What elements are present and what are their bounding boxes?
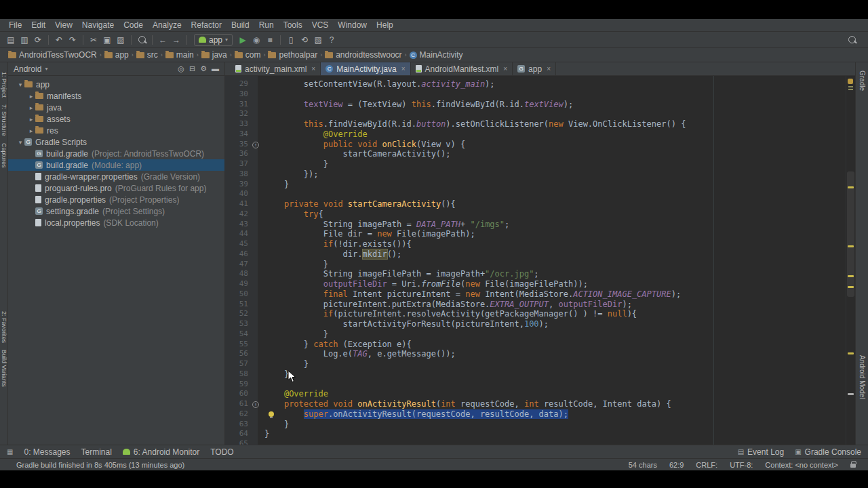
menu-navigate[interactable]: Navigate: [77, 20, 119, 30]
line-text[interactable]: try{: [260, 209, 846, 220]
code-line[interactable]: 49 outputFileDir = Uri.fromFile(new File…: [225, 279, 846, 289]
menu-build[interactable]: Build: [226, 20, 254, 30]
override-gutter-icon[interactable]: ↑: [252, 142, 259, 148]
close-icon[interactable]: ×: [547, 65, 551, 73]
hide-panel-icon[interactable]: ▬: [212, 64, 219, 73]
line-text[interactable]: });: [260, 169, 846, 180]
tree-item-gradle-properties-project-properties[interactable]: gradle.properties(Project Properties): [8, 194, 224, 205]
code-line[interactable]: 50 final Intent pictureIntent = new Inte…: [225, 289, 846, 300]
line-text[interactable]: }: [260, 180, 846, 190]
override-gutter-icon[interactable]: ↑: [252, 401, 259, 408]
status-widget-utf-8[interactable]: UTF-8:: [730, 461, 753, 469]
code-line[interactable]: 53 startActivityForResult(pictureIntent,…: [225, 319, 846, 329]
breadcrumb-src[interactable]: src: [136, 50, 158, 60]
undo-icon[interactable]: ↶: [52, 34, 66, 46]
forward-icon[interactable]: →: [170, 34, 183, 46]
line-text[interactable]: @Override: [260, 389, 846, 399]
tree-item-assets[interactable]: ▸assets: [8, 113, 224, 125]
tool-strip-captures[interactable]: Captures: [1, 143, 7, 168]
line-text[interactable]: super.onActivityResult(requestCode, resu…: [260, 409, 846, 420]
tree-item-gradle-wrapper-properties-gradle-version[interactable]: gradle-wrapper.properties(Gradle Version…: [8, 171, 224, 182]
code-line[interactable]: 62 super.onActivityResult(requestCode, r…: [225, 409, 846, 420]
save-all-icon[interactable]: ▥: [18, 34, 31, 46]
breadcrumb-androidtesstwoocr[interactable]: androidtesstwoocr: [325, 50, 401, 60]
stop-button[interactable]: ■: [263, 34, 277, 46]
line-text[interactable]: startActivityForResult(pictureIntent,100…: [260, 319, 846, 329]
status-message[interactable]: Gradle build finished in 8s 405ms (13 mi…: [16, 461, 184, 469]
inspection-indicator-icon[interactable]: [848, 79, 853, 84]
code-line[interactable]: 36 startCameraActivity();: [225, 149, 846, 159]
line-text[interactable]: outputFileDir = Uri.fromFile(new File(im…: [260, 279, 846, 289]
tree-expand-icon[interactable]: ▾: [16, 81, 24, 88]
code-line[interactable]: 34 @Override: [225, 129, 846, 140]
code-line[interactable]: 29 setContentView(R.layout.activity_main…: [225, 79, 846, 89]
line-text[interactable]: Log.e(TAG, e.getMessage());: [260, 349, 846, 359]
menu-run[interactable]: Run: [254, 20, 279, 30]
search-everywhere-icon[interactable]: [845, 34, 859, 46]
sdk-manager-icon[interactable]: ▧: [311, 34, 325, 46]
status-widget-62-9[interactable]: 62:9: [669, 461, 684, 469]
tool-button-todo[interactable]: TODO: [210, 447, 233, 457]
tree-item-build-gradle-module-app[interactable]: build.gradle(Module: app): [8, 159, 224, 171]
menu-tools[interactable]: Tools: [279, 20, 307, 30]
code-line[interactable]: 45 if(!dir.exists()){: [225, 239, 846, 249]
sync-gradle-icon[interactable]: ⟲: [298, 34, 311, 46]
tool-strip-android-model[interactable]: Android Model: [859, 355, 866, 399]
breadcrumb-pethoalpar[interactable]: pethoalpar: [268, 50, 317, 60]
line-text[interactable]: }: [260, 359, 846, 369]
breadcrumb-androidtesstwoocr[interactable]: AndroidTessTwoOCR: [8, 50, 97, 60]
run-configuration-selector[interactable]: app▾: [194, 34, 233, 46]
line-text[interactable]: startCameraActivity();: [260, 149, 846, 159]
stripe-mark[interactable]: [848, 245, 854, 247]
line-text[interactable]: @Override: [260, 129, 846, 140]
code-line[interactable]: 51 pictureIntent.putExtra(MediaStore.EXT…: [225, 300, 846, 310]
close-icon[interactable]: ×: [503, 65, 507, 73]
menu-file[interactable]: File: [4, 20, 26, 30]
line-text[interactable]: } catch (Exception e){: [260, 340, 846, 350]
tool-strip-build-variants[interactable]: Build Variants: [1, 350, 7, 387]
intention-bulb-icon[interactable]: [269, 411, 274, 417]
tree-expand-icon[interactable]: ▸: [27, 104, 35, 111]
line-text[interactable]: File dir = new File(imagePath);: [260, 229, 846, 239]
tool-button-toolwindow-switcher-icon[interactable]: ▦: [7, 448, 13, 455]
code-line[interactable]: 64}: [225, 429, 846, 439]
line-text[interactable]: String imageFilePath = imagePath+"/ocr.j…: [260, 269, 846, 279]
line-text[interactable]: [260, 189, 846, 199]
close-icon[interactable]: ×: [311, 65, 315, 73]
code-line[interactable]: 48 String imageFilePath = imagePath+"/oc…: [225, 269, 846, 279]
back-icon[interactable]: ←: [156, 34, 170, 46]
tab-app[interactable]: app×: [513, 62, 556, 75]
line-text[interactable]: dir.mkdir();: [260, 249, 846, 260]
menu-analyze[interactable]: Analyze: [148, 20, 186, 30]
tree-expand-icon[interactable]: ▾: [16, 139, 24, 146]
collapse-all-icon[interactable]: ⊟: [189, 64, 195, 73]
code-editor[interactable]: 29 setContentView(R.layout.activity_main…: [225, 76, 846, 445]
project-view-selector[interactable]: Android: [14, 64, 41, 74]
tree-item-manifests[interactable]: ▸manifests: [8, 90, 224, 102]
tree-expand-icon[interactable]: ▸: [27, 116, 35, 123]
line-text[interactable]: [260, 380, 846, 390]
code-line[interactable]: 60 @Override: [225, 389, 846, 399]
line-text[interactable]: String imagePath = DATA_PATH+ "/imgs";: [260, 220, 846, 230]
lock-icon[interactable]: [850, 464, 856, 468]
breadcrumb-main[interactable]: main: [165, 50, 194, 60]
line-text[interactable]: }: [260, 429, 846, 439]
redo-icon[interactable]: ↷: [66, 34, 79, 46]
code-line[interactable]: 37 }: [225, 159, 846, 169]
breadcrumb-com[interactable]: com: [235, 50, 261, 60]
tree-expand-icon[interactable]: ▸: [27, 127, 35, 134]
tool-strip-7-structure[interactable]: 7: Structure: [1, 104, 7, 136]
code-line[interactable]: 31 textView = (TextView) this.findViewBy…: [225, 100, 846, 110]
stripe-mark[interactable]: [848, 393, 854, 395]
settings-gear-icon[interactable]: ⚙: [200, 64, 207, 73]
stripe-mark[interactable]: [848, 286, 854, 288]
menu-view[interactable]: View: [50, 20, 77, 30]
debug-button[interactable]: ◉: [250, 34, 263, 46]
menu-window[interactable]: Window: [333, 20, 372, 30]
code-line[interactable]: 30: [225, 89, 846, 100]
line-text[interactable]: }: [260, 369, 846, 380]
code-line[interactable]: 58 }: [225, 369, 846, 380]
locate-file-icon[interactable]: ◎: [178, 64, 184, 73]
line-text[interactable]: if(!dir.exists()){: [260, 239, 846, 249]
code-line[interactable]: 39 }: [225, 180, 846, 190]
